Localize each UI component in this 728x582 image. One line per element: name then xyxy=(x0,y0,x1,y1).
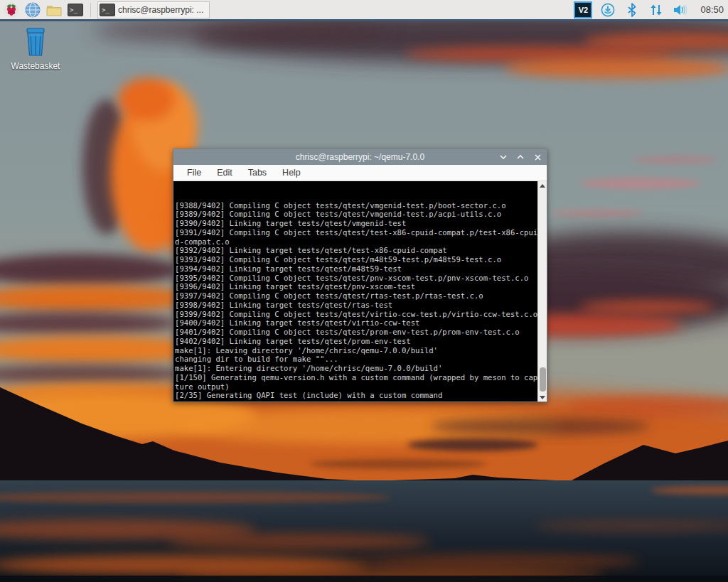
updates-icon[interactable] xyxy=(599,1,616,18)
terminal-launcher-icon[interactable]: >_ xyxy=(67,1,84,18)
terminal-line: [9393/9402] Compiling C object tests/qte… xyxy=(175,255,537,264)
terminal-line: [2/35] Generating QAPI test (include) wi… xyxy=(175,391,537,400)
window-titlebar[interactable]: chrisc@raspberrypi: ~/qemu-7.0.0 xyxy=(173,149,547,165)
scrollbar-track[interactable] xyxy=(538,190,547,393)
scroll-down-button[interactable] xyxy=(538,393,547,402)
terminal-output: [9388/9402] Compiling C object tests/qte… xyxy=(175,201,537,402)
terminal-line: [9400/9402] Linking target tests/qtest/v… xyxy=(175,318,537,328)
terminal-line: [9398/9402] Linking target tests/qtest/r… xyxy=(175,301,537,310)
taskbar-window-label: chrisc@raspberrypi: ... xyxy=(118,5,203,15)
menu-file[interactable]: File xyxy=(181,166,208,179)
terminal-line: [9391/9402] Compiling C object tests/qte… xyxy=(175,228,537,237)
terminal-line: make[1]: Leaving directory '/home/chrisc… xyxy=(175,346,537,355)
wastebasket-desktop-icon[interactable]: Wastebasket xyxy=(9,27,63,71)
terminal-line: [9389/9402] Compiling C object tests/qte… xyxy=(175,210,537,219)
file-manager-icon[interactable] xyxy=(46,1,63,18)
terminal-line: [9388/9402] Compiling C object tests/qte… xyxy=(175,201,537,210)
maximize-button[interactable] xyxy=(515,152,525,162)
vnc-icon[interactable]: V2 xyxy=(574,1,592,18)
terminal-line: make[1]: Leaving directory '/home/chrisc… xyxy=(175,400,537,402)
terminal-glyph: >_ xyxy=(100,4,115,16)
terminal-line: changing dir to build for make ""... xyxy=(175,355,537,364)
wastebasket-label: Wastebasket xyxy=(9,61,63,71)
window-title: chrisc@raspberrypi: ~/qemu-7.0.0 xyxy=(173,152,547,162)
system-tray: V2 xyxy=(574,1,724,18)
taskbar-window-button[interactable]: >_ chrisc@raspberrypi: ... xyxy=(97,1,210,18)
menu-edit[interactable]: Edit xyxy=(210,166,239,179)
terminal-line: [9392/9402] Linking target tests/qtest/t… xyxy=(175,246,537,255)
scrollbar-thumb[interactable] xyxy=(540,367,546,392)
terminal-line: [9390/9402] Linking target tests/qtest/v… xyxy=(175,219,537,228)
terminal-line: make[1]: Entering directory '/home/chris… xyxy=(175,364,537,373)
desktop: >_ >_ chrisc@raspberrypi: ... V2 xyxy=(0,0,728,582)
menu-raspberry-icon[interactable] xyxy=(3,1,20,18)
window-menubar: File Edit Tabs Help xyxy=(173,165,547,181)
taskbar: >_ >_ chrisc@raspberrypi: ... V2 xyxy=(0,0,728,21)
terminal-line: [9394/9402] Linking target tests/qtest/m… xyxy=(175,264,537,274)
taskbar-separator xyxy=(90,3,91,17)
terminal-line: d-compat.c.o xyxy=(175,237,537,247)
terminal-line: [9395/9402] Compiling C object tests/qte… xyxy=(175,274,537,283)
terminal-line: ture output) xyxy=(175,382,537,392)
terminal-window: chrisc@raspberrypi: ~/qemu-7.0.0 File Ed… xyxy=(173,149,547,402)
wastebasket-icon xyxy=(22,27,49,57)
menu-help[interactable]: Help xyxy=(276,166,307,179)
bluetooth-icon[interactable] xyxy=(623,1,641,18)
network-arrows-icon[interactable] xyxy=(648,1,665,18)
scroll-up-button[interactable] xyxy=(538,181,547,190)
volume-icon[interactable] xyxy=(672,1,689,18)
terminal-line: [9402/9402] Linking target tests/qtest/p… xyxy=(175,337,537,346)
clock[interactable]: 08:50 xyxy=(700,4,724,15)
terminal-scrollbar[interactable] xyxy=(537,181,547,402)
terminal-line: [9396/9402] Linking target tests/qtest/p… xyxy=(175,282,537,291)
menu-tabs[interactable]: Tabs xyxy=(242,166,273,179)
terminal-line: [9397/9402] Compiling C object tests/qte… xyxy=(175,291,537,301)
close-button[interactable] xyxy=(532,152,542,162)
terminal-glyph: >_ xyxy=(68,4,83,16)
terminal-line: [9399/9402] Compiling C object tests/qte… xyxy=(175,310,537,319)
terminal-line: [9401/9402] Compiling C object tests/qte… xyxy=(175,328,537,337)
minimize-button[interactable] xyxy=(498,152,508,162)
terminal-viewport[interactable]: [9388/9402] Compiling C object tests/qte… xyxy=(173,181,547,402)
terminal-line: [1/150] Generating qemu-version.h with a… xyxy=(175,373,537,382)
browser-globe-icon[interactable] xyxy=(24,1,41,18)
